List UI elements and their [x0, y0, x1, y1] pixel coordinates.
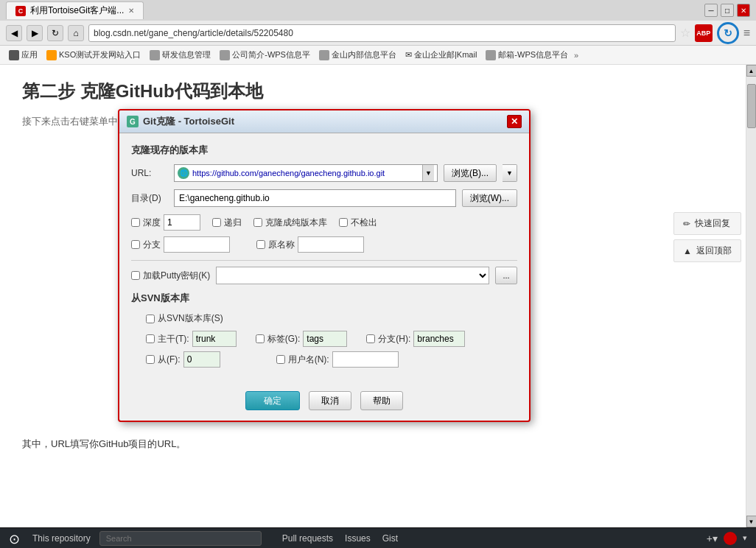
from-checkbox-item: 从(F): [146, 351, 220, 368]
svn-row-2: 从(F): 用户名(N): [146, 351, 517, 368]
dialog-title-text: Git克隆 - TortoiseGit [143, 115, 234, 128]
browse-url-arrow-btn[interactable]: ▼ [503, 164, 517, 182]
home-button[interactable]: ⌂ [68, 25, 84, 41]
bookmark-company[interactable]: 公司简介-WPS信息平 [217, 49, 313, 61]
back-to-top-button[interactable]: ▲ 返回顶部 [673, 239, 741, 262]
address-bar[interactable]: blog.csdn.net/gane_cheng/article/details… [88, 24, 676, 42]
github-search-input[interactable] [99, 531, 262, 546]
bookmarks-more-icon[interactable]: » [574, 51, 578, 60]
browse-url-button[interactable]: 浏览(B)... [444, 164, 497, 182]
branches-h-checkbox-item: 分支(H): [366, 331, 465, 347]
putty-select[interactable] [216, 267, 489, 284]
checkbox-row-2: 分支 原名称 [131, 236, 517, 253]
quick-reply-icon: ✏ [683, 219, 690, 229]
username-checkbox-item: 用户名(N): [276, 351, 399, 368]
branch-input[interactable] [164, 236, 230, 253]
title-bar: C 利用TortoiseGit客户端... ✕ ─ □ ✕ [0, 0, 756, 21]
address-text: blog.csdn.net/gane_cheng/article/details… [94, 28, 293, 38]
this-repository-button[interactable]: This repository [32, 533, 91, 544]
tags-checkbox[interactable] [256, 334, 265, 343]
origin-input[interactable] [298, 236, 364, 253]
dialog-close-button[interactable]: ✕ [507, 115, 522, 128]
quick-reply-label: 快速回复 [695, 217, 730, 230]
dir-input[interactable] [174, 189, 456, 207]
svn-section-title: 从SVN版本库 [131, 292, 517, 305]
github-avatar-dropdown[interactable]: ▾ [743, 533, 747, 543]
adblock-button[interactable]: ABP [695, 24, 713, 42]
bare-clone-checkbox[interactable] [253, 218, 262, 227]
vertical-scrollbar[interactable]: ▲ ▼ [746, 65, 756, 527]
help-button[interactable]: 帮助 [360, 391, 403, 410]
ok-button[interactable]: 确定 [245, 391, 300, 410]
putty-row: 加载Putty密钥(K) ... [131, 267, 517, 284]
refresh-button[interactable]: ↻ [47, 25, 63, 41]
branch-checkbox[interactable] [131, 240, 140, 249]
depth-checkbox[interactable] [131, 218, 140, 227]
bottom-note: 其中，URL填写你GitHub项目的URL。 [22, 438, 724, 451]
gist-link[interactable]: Gist [382, 533, 398, 544]
putty-label: 加载Putty密钥(K) [143, 270, 210, 282]
github-plus-button[interactable]: +▾ [707, 533, 718, 544]
trunk-input[interactable] [192, 331, 237, 347]
tab-close-btn[interactable]: ✕ [128, 7, 134, 15]
bookmark-star-icon[interactable]: ☆ [680, 26, 690, 40]
page-title: 第二步 克隆GitHub代码到本地 [22, 80, 724, 103]
from-label: 从(F): [158, 354, 181, 366]
cancel-button[interactable]: 取消 [309, 391, 351, 410]
issues-link[interactable]: Issues [345, 533, 371, 544]
from-checkbox[interactable] [146, 355, 155, 364]
scroll-thumb[interactable] [747, 84, 756, 128]
svn-checkbox[interactable] [146, 315, 155, 323]
branches-h-input[interactable] [413, 331, 465, 347]
username-checkbox[interactable] [276, 355, 285, 364]
dir-row: 目录(D) 浏览(W)... [131, 189, 517, 207]
browse-dir-button[interactable]: 浏览(W)... [462, 189, 517, 207]
close-button[interactable]: ✕ [737, 4, 750, 17]
url-label: URL: [131, 168, 168, 178]
tab-strip: C 利用TortoiseGit客户端... ✕ [6, 1, 144, 19]
github-avatar[interactable] [724, 532, 737, 545]
research-icon [150, 50, 160, 60]
back-button[interactable]: ◀ [6, 25, 22, 41]
trunk-checkbox[interactable] [146, 334, 155, 343]
recursive-checkbox[interactable] [212, 218, 221, 227]
pull-requests-link[interactable]: Pull requests [282, 533, 333, 544]
bookmark-jinshan-label: 金山内部信息平台 [332, 49, 396, 60]
scroll-track[interactable] [746, 77, 757, 516]
bare-clone-checkbox-item: 克隆成纯版本库 [253, 217, 327, 229]
minimize-button[interactable]: ─ [704, 4, 718, 17]
tags-input[interactable] [303, 331, 347, 347]
from-input[interactable] [183, 351, 220, 368]
maximize-button[interactable]: □ [721, 4, 734, 17]
browser-menu-button[interactable]: ≡ [743, 27, 750, 40]
url-input-container[interactable]: 🌐 https://github.com/ganecheng/ganecheng… [174, 164, 438, 182]
bare-clone-label: 克隆成纯版本库 [265, 217, 327, 229]
bookmark-wps-mail[interactable]: 邮箱-WPS信息平台 [483, 49, 571, 61]
putty-checkbox[interactable] [131, 271, 140, 280]
depth-input[interactable] [164, 214, 200, 231]
company-icon [220, 50, 230, 60]
bookmark-research[interactable]: 研发信息管理 [147, 49, 214, 61]
username-input[interactable] [332, 351, 399, 368]
scroll-up-button[interactable]: ▲ [746, 65, 757, 77]
browser-tab[interactable]: C 利用TortoiseGit客户端... ✕ [6, 1, 144, 19]
url-dropdown-btn[interactable]: ▼ [422, 165, 434, 181]
tab-title: 利用TortoiseGit客户端... [30, 4, 124, 17]
branch-label: 分支 [143, 239, 161, 251]
trunk-label: 主干(T): [158, 333, 189, 345]
quick-reply-button[interactable]: ✏ 快速回复 [673, 212, 741, 235]
bookmark-kmail-label: 金山企业邮|Kmail [414, 49, 477, 60]
trunk-checkbox-item: 主干(T): [146, 331, 237, 347]
forward-button[interactable]: ▶ [27, 25, 43, 41]
branches-h-checkbox[interactable] [366, 334, 375, 343]
no-checkout-checkbox[interactable] [339, 218, 348, 227]
bookmark-jinshan[interactable]: 金山内部信息平台 [316, 49, 399, 61]
separator [131, 260, 517, 261]
scroll-down-button[interactable]: ▼ [746, 516, 757, 527]
bookmark-kso[interactable]: KSO测试开发网站入口 [43, 49, 144, 61]
bookmark-apps[interactable]: 应用 [6, 49, 41, 61]
origin-checkbox[interactable] [256, 240, 265, 249]
bookmark-kmail[interactable]: ✉ 金山企业邮|Kmail [402, 49, 480, 61]
page-content: 第二步 克隆GitHub代码到本地 接下来点击右键菜单中的Git克隆（Clone… [0, 65, 756, 527]
putty-browse-btn[interactable]: ... [495, 267, 517, 284]
